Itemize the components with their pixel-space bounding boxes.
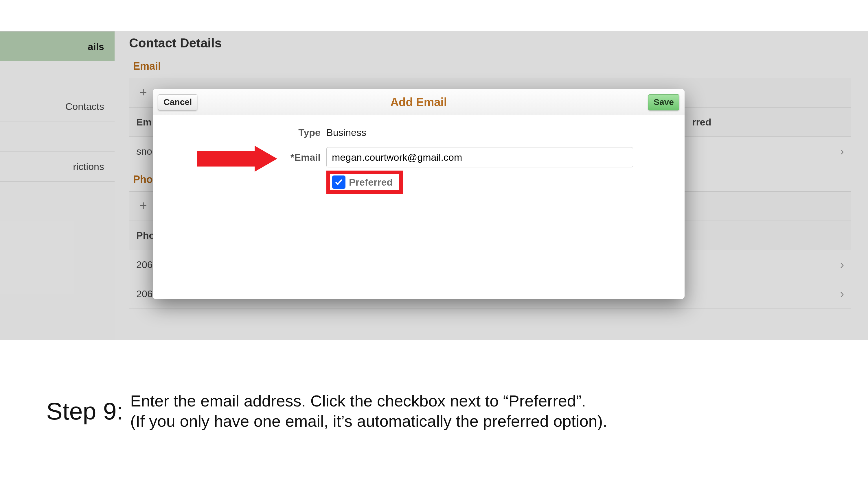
add-email-dialog: Cancel Add Email Save Type Business *Ema…	[153, 89, 685, 299]
add-phone-button[interactable]: +	[136, 199, 150, 213]
preferred-label: Preferred	[349, 176, 393, 188]
save-button[interactable]: Save	[648, 94, 679, 110]
sidebar-item-contacts[interactable]: Contacts	[0, 91, 115, 122]
preferred-checkbox[interactable]	[332, 175, 345, 189]
type-value: Business	[327, 127, 366, 138]
email-input[interactable]	[327, 147, 633, 167]
chevron-right-icon: ›	[840, 258, 844, 271]
type-row: Type Business	[176, 121, 661, 144]
sidebar-item-blank1[interactable]	[0, 61, 115, 91]
page-title: Contact Details	[129, 31, 851, 53]
preferred-highlight: Preferred	[327, 170, 403, 194]
caption-line2: (If you only have one email, it’s automa…	[130, 412, 607, 430]
dialog-header: Cancel Add Email Save	[153, 89, 685, 116]
caption-preferred-word: Preferred	[508, 392, 576, 410]
check-icon	[335, 178, 343, 186]
caption-line1c: ”.	[576, 392, 586, 410]
chevron-right-icon: ›	[840, 287, 844, 300]
sidebar-item-blank2[interactable]	[0, 122, 115, 152]
sidebar: ails Contacts rictions	[0, 31, 115, 340]
email-header-col3: rred	[692, 117, 851, 128]
screenshot-region: ails Contacts rictions Contact Details E…	[0, 31, 868, 340]
caption-line1a: Enter the email address. Click the check…	[130, 392, 508, 410]
step-text: Enter the email address. Click the check…	[130, 391, 607, 431]
cancel-button[interactable]: Cancel	[158, 94, 197, 110]
add-email-button[interactable]: +	[136, 86, 150, 100]
sidebar-item-restrictions[interactable]: rictions	[0, 152, 115, 182]
dialog-body: Type Business *Email Preferred	[153, 115, 685, 299]
dialog-title: Add Email	[390, 96, 447, 109]
step-caption: Step 9: Enter the email address. Click t…	[46, 391, 833, 431]
preferred-row: Preferred	[176, 170, 661, 194]
email-section-title: Email	[129, 53, 851, 78]
type-label: Type	[176, 127, 327, 138]
sidebar-item-details[interactable]: ails	[0, 31, 115, 61]
step-number: Step 9:	[46, 397, 123, 425]
chevron-right-icon: ›	[840, 145, 844, 158]
